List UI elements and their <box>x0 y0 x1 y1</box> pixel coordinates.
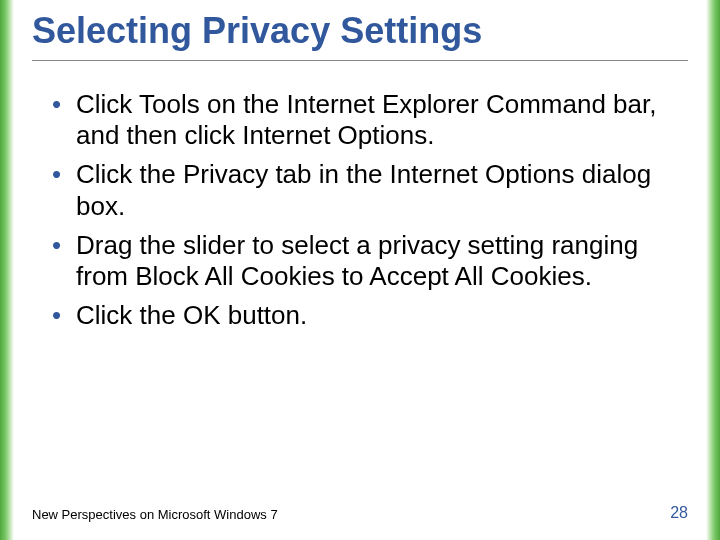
bullet-item: Click Tools on the Internet Explorer Com… <box>58 89 688 151</box>
bullet-item: Click the Privacy tab in the Internet Op… <box>58 159 688 221</box>
bullet-item: Click the OK button. <box>58 300 688 331</box>
slide-content: Selecting Privacy Settings Click Tools o… <box>14 0 706 540</box>
left-gradient-border <box>0 0 14 540</box>
right-gradient-border <box>706 0 720 540</box>
bullet-list: Click Tools on the Internet Explorer Com… <box>32 89 688 331</box>
bullet-item: Drag the slider to select a privacy sett… <box>58 230 688 292</box>
footer-text: New Perspectives on Microsoft Windows 7 <box>32 507 278 522</box>
page-number: 28 <box>670 504 688 522</box>
footer: New Perspectives on Microsoft Windows 7 … <box>32 504 688 522</box>
slide-title: Selecting Privacy Settings <box>32 10 688 61</box>
